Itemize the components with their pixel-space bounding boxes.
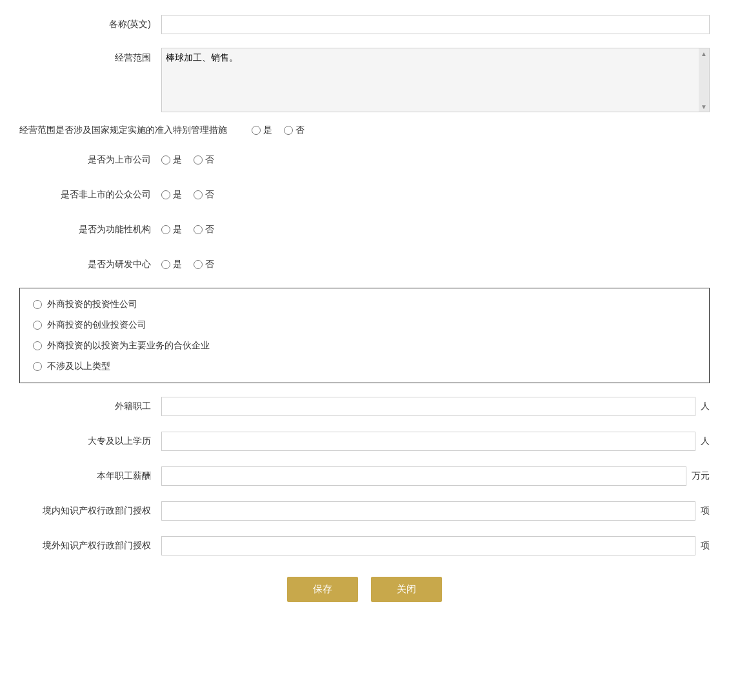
rd-no-radio[interactable] — [194, 260, 203, 269]
special-management-row: 经营范围是否涉及国家规定实施的准入特别管理措施 是 否 — [19, 124, 710, 137]
domestic-ip-label: 境内知识产权行政部门授权 — [19, 505, 161, 517]
functional-no-radio[interactable] — [194, 225, 203, 234]
special-management-yes-radio[interactable] — [252, 126, 261, 135]
rd-yes-label[interactable]: 是 — [173, 259, 182, 270]
name-en-label: 各称(英文) — [19, 18, 161, 31]
salary-input[interactable] — [161, 466, 686, 486]
non-listed-public-row: 是否非上市的公众公司 是 否 — [19, 183, 710, 206]
rd-no[interactable]: 否 — [194, 259, 214, 270]
functional-no[interactable]: 否 — [194, 224, 214, 235]
foreign-employee-input[interactable] — [161, 397, 695, 416]
listed-yes-label[interactable]: 是 — [173, 154, 182, 166]
salary-row: 本年职工薪酬 万元 — [19, 465, 710, 488]
rd-center-row: 是否为研发中心 是 否 — [19, 253, 710, 276]
listed-yes-radio[interactable] — [161, 155, 170, 165]
business-scope-label: 经营范围 — [19, 48, 161, 65]
listed-company-row: 是否为上市公司 是 否 — [19, 148, 710, 172]
save-button[interactable]: 保存 — [287, 577, 358, 602]
foreign-investment-option-1[interactable]: 外商投资的投资性公司 — [33, 299, 696, 310]
foreign-investment-option-4[interactable]: 不涉及以上类型 — [33, 361, 696, 372]
fi-type-4-label[interactable]: 不涉及以上类型 — [47, 361, 110, 372]
special-management-yes[interactable]: 是 — [252, 125, 272, 136]
non-listed-no-radio[interactable] — [194, 190, 203, 199]
college-degree-input[interactable] — [161, 432, 695, 451]
foreign-investment-box: 外商投资的投资性公司 外商投资的创业投资公司 外商投资的以投资为主要业务的合伙企… — [19, 288, 710, 383]
foreign-ip-label: 境外知识产权行政部门授权 — [19, 539, 161, 552]
listed-no-label[interactable]: 否 — [205, 154, 214, 166]
scrollbar[interactable]: ▲ ▼ — [699, 48, 709, 112]
fi-type-1-radio[interactable] — [33, 300, 42, 309]
button-row: 保存 关闭 — [19, 577, 710, 602]
special-management-no[interactable]: 否 — [284, 125, 305, 136]
fi-type-4-radio[interactable] — [33, 362, 42, 371]
functional-yes[interactable]: 是 — [161, 224, 182, 235]
non-listed-public-radio-group: 是 否 — [161, 189, 214, 201]
foreign-investment-option-3[interactable]: 外商投资的以投资为主要业务的合伙企业 — [33, 340, 696, 352]
close-button[interactable]: 关闭 — [371, 577, 442, 602]
functional-institution-row: 是否为功能性机构 是 否 — [19, 218, 710, 241]
listed-company-radio-group: 是 否 — [161, 154, 214, 166]
rd-no-label[interactable]: 否 — [205, 259, 214, 270]
fi-type-3-label[interactable]: 外商投资的以投资为主要业务的合伙企业 — [47, 340, 210, 352]
fi-type-1-label[interactable]: 外商投资的投资性公司 — [47, 299, 137, 310]
non-listed-yes[interactable]: 是 — [161, 189, 182, 201]
domestic-ip-unit: 项 — [701, 505, 710, 517]
business-scope-row: 经营范围 棒球加工、销售。 ▲ ▼ — [19, 48, 710, 112]
scroll-up-arrow[interactable]: ▲ — [700, 50, 708, 57]
college-degree-unit: 人 — [701, 435, 710, 447]
business-scope-textarea[interactable]: 棒球加工、销售。 — [162, 48, 709, 112]
fi-type-2-radio[interactable] — [33, 321, 42, 330]
fi-type-3-radio[interactable] — [33, 341, 42, 350]
special-management-no-label[interactable]: 否 — [295, 125, 305, 136]
salary-unit: 万元 — [692, 470, 710, 482]
functional-institution-radio-group: 是 否 — [161, 224, 214, 235]
foreign-employee-unit: 人 — [701, 401, 710, 412]
domestic-ip-row: 境内知识产权行政部门授权 项 — [19, 499, 710, 523]
special-management-radio-group: 是 否 — [252, 125, 305, 136]
special-management-label: 经营范围是否涉及国家规定实施的准入特别管理措施 — [19, 124, 252, 137]
functional-institution-label: 是否为功能性机构 — [19, 223, 161, 236]
foreign-investment-option-2[interactable]: 外商投资的创业投资公司 — [33, 319, 696, 331]
foreign-ip-unit: 项 — [701, 540, 710, 552]
non-listed-yes-radio[interactable] — [161, 190, 170, 199]
name-en-input[interactable] — [161, 15, 710, 34]
fi-type-2-label[interactable]: 外商投资的创业投资公司 — [47, 319, 146, 331]
college-degree-row: 大专及以上学历 人 — [19, 430, 710, 453]
rd-yes-radio[interactable] — [161, 260, 170, 269]
rd-center-label: 是否为研发中心 — [19, 258, 161, 271]
rd-yes[interactable]: 是 — [161, 259, 182, 270]
scroll-down-arrow[interactable]: ▼ — [700, 103, 708, 110]
foreign-ip-row: 境外知识产权行政部门授权 项 — [19, 534, 710, 557]
functional-yes-radio[interactable] — [161, 225, 170, 234]
foreign-ip-input[interactable] — [161, 536, 695, 555]
listed-no-radio[interactable] — [194, 155, 203, 165]
special-management-yes-label[interactable]: 是 — [263, 125, 272, 136]
business-scope-wrapper: 棒球加工、销售。 ▲ ▼ — [161, 48, 710, 112]
functional-yes-label[interactable]: 是 — [173, 224, 182, 235]
non-listed-no[interactable]: 否 — [194, 189, 214, 201]
domestic-ip-input[interactable] — [161, 501, 695, 521]
foreign-employee-label: 外籍职工 — [19, 400, 161, 413]
non-listed-yes-label[interactable]: 是 — [173, 189, 182, 201]
form-section: 各称(英文) 经营范围 棒球加工、销售。 ▲ ▼ 经营范围是否涉及国家规定实施的… — [19, 13, 710, 602]
listed-yes[interactable]: 是 — [161, 154, 182, 166]
non-listed-public-label: 是否非上市的公众公司 — [19, 188, 161, 201]
functional-no-label[interactable]: 否 — [205, 224, 214, 235]
salary-label: 本年职工薪酬 — [19, 470, 161, 483]
special-management-no-radio[interactable] — [284, 126, 293, 135]
non-listed-no-label[interactable]: 否 — [205, 189, 214, 201]
foreign-employee-row: 外籍职工 人 — [19, 395, 710, 418]
college-degree-label: 大专及以上学历 — [19, 435, 161, 448]
listed-company-label: 是否为上市公司 — [19, 154, 161, 166]
rd-center-radio-group: 是 否 — [161, 259, 214, 270]
name-en-row: 各称(英文) — [19, 13, 710, 36]
listed-no[interactable]: 否 — [194, 154, 214, 166]
